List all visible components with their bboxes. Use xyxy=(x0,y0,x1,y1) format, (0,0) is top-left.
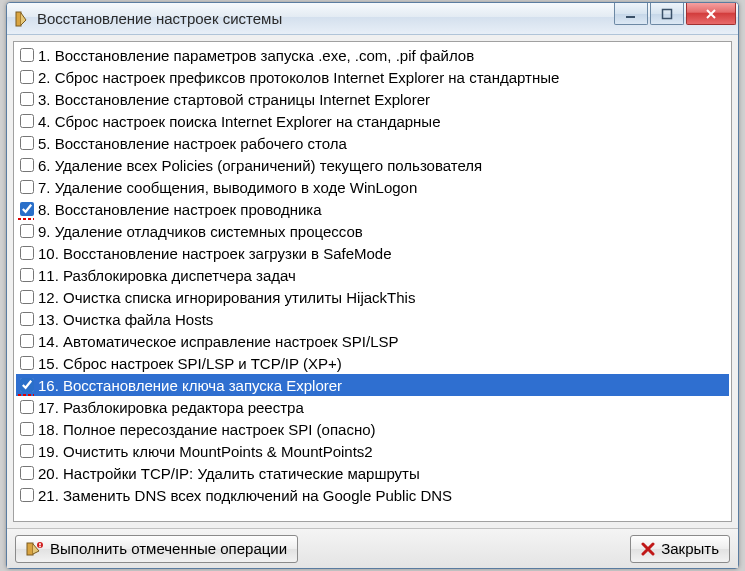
item-label: 19. Очистить ключи MountPoints & MountPo… xyxy=(38,443,373,460)
list-item[interactable]: 2. Сброс настроек префиксов протоколов I… xyxy=(16,66,729,88)
item-label: 1. Восстановление параметров запуска .ex… xyxy=(38,47,474,64)
item-label: 3. Восстановление стартовой страницы Int… xyxy=(38,91,430,108)
list-item[interactable]: 4. Сброс настроек поиска Internet Explor… xyxy=(16,110,729,132)
item-label: 15. Сброс настроек SPI/LSP и TCP/IP (XP+… xyxy=(38,355,342,372)
list-item[interactable]: 17. Разблокировка редактора реестра xyxy=(16,396,729,418)
list-item[interactable]: 9. Удаление отладчиков системных процесс… xyxy=(16,220,729,242)
item-label: 14. Автоматическое исправление настроек … xyxy=(38,333,399,350)
execute-button-label: Выполнить отмеченные операции xyxy=(50,540,287,557)
settings-list[interactable]: 1. Восстановление параметров запуска .ex… xyxy=(13,41,732,522)
list-item[interactable]: 14. Автоматическое исправление настроек … xyxy=(16,330,729,352)
item-checkbox[interactable] xyxy=(20,224,34,238)
item-checkbox[interactable] xyxy=(20,158,34,172)
titlebar[interactable]: Восстановление настроек системы xyxy=(7,3,738,35)
item-checkbox[interactable] xyxy=(20,466,34,480)
list-item[interactable]: 12. Очистка списка игнорирования утилиты… xyxy=(16,286,729,308)
execute-button[interactable]: Выполнить отмеченные операции xyxy=(15,535,298,563)
item-checkbox[interactable] xyxy=(20,202,34,216)
minimize-button[interactable] xyxy=(614,3,648,25)
item-label: 6. Удаление всех Policies (ограничений) … xyxy=(38,157,482,174)
svg-rect-5 xyxy=(39,543,41,545)
list-item[interactable]: 13. Очистка файла Hosts xyxy=(16,308,729,330)
item-label: 20. Настройки TCP/IP: Удалить статически… xyxy=(38,465,420,482)
item-label: 17. Разблокировка редактора реестра xyxy=(38,399,304,416)
close-button-label: Закрыть xyxy=(661,540,719,557)
item-label: 5. Восстановление настроек рабочего стол… xyxy=(38,135,347,152)
item-label: 21. Заменить DNS всех подключений на Goo… xyxy=(38,487,452,504)
list-item[interactable]: 19. Очистить ключи MountPoints & MountPo… xyxy=(16,440,729,462)
list-item[interactable]: 11. Разблокировка диспетчера задач xyxy=(16,264,729,286)
system-restore-window: Восстановление настроек системы 1. Восст… xyxy=(6,2,739,569)
item-checkbox[interactable] xyxy=(20,136,34,150)
list-item[interactable]: 16. Восстановление ключа запуска Explore… xyxy=(16,374,729,396)
item-checkbox[interactable] xyxy=(20,290,34,304)
close-window-button[interactable] xyxy=(686,3,736,25)
item-checkbox[interactable] xyxy=(20,92,34,106)
close-icon xyxy=(641,542,655,556)
item-checkbox[interactable] xyxy=(20,180,34,194)
svg-rect-2 xyxy=(663,9,672,18)
item-label: 7. Удаление сообщения, выводимого в ходе… xyxy=(38,179,417,196)
item-checkbox[interactable] xyxy=(20,422,34,436)
item-label: 12. Очистка списка игнорирования утилиты… xyxy=(38,289,415,306)
list-item[interactable]: 20. Настройки TCP/IP: Удалить статически… xyxy=(16,462,729,484)
item-label: 13. Очистка файла Hosts xyxy=(38,311,213,328)
item-checkbox[interactable] xyxy=(20,400,34,414)
item-checkbox[interactable] xyxy=(20,48,34,62)
item-checkbox[interactable] xyxy=(20,70,34,84)
item-label: 16. Восстановление ключа запуска Explore… xyxy=(38,377,342,394)
svg-rect-6 xyxy=(39,546,41,547)
item-label: 9. Удаление отладчиков системных процесс… xyxy=(38,223,363,240)
maximize-button[interactable] xyxy=(650,3,684,25)
list-item[interactable]: 1. Восстановление параметров запуска .ex… xyxy=(16,44,729,66)
list-item[interactable]: 3. Восстановление стартовой страницы Int… xyxy=(16,88,729,110)
item-checkbox[interactable] xyxy=(20,312,34,326)
item-label: 8. Восстановление настроек проводника xyxy=(38,201,322,218)
item-label: 10. Восстановление настроек загрузки в S… xyxy=(38,245,392,262)
item-checkbox[interactable] xyxy=(20,268,34,282)
item-checkbox[interactable] xyxy=(20,114,34,128)
item-label: 4. Сброс настроек поиска Internet Explor… xyxy=(38,113,440,130)
list-item[interactable]: 21. Заменить DNS всех подключений на Goo… xyxy=(16,484,729,506)
item-checkbox[interactable] xyxy=(20,378,34,392)
item-checkbox[interactable] xyxy=(20,334,34,348)
svg-rect-3 xyxy=(27,543,33,555)
svg-rect-0 xyxy=(16,12,21,26)
item-label: 2. Сброс настроек префиксов протоколов I… xyxy=(38,69,559,86)
window-buttons xyxy=(614,3,738,34)
close-button[interactable]: Закрыть xyxy=(630,535,730,563)
list-item[interactable]: 18. Полное пересоздание настроек SPI (оп… xyxy=(16,418,729,440)
item-checkbox[interactable] xyxy=(20,356,34,370)
list-item[interactable]: 5. Восстановление настроек рабочего стол… xyxy=(16,132,729,154)
item-label: 18. Полное пересоздание настроек SPI (оп… xyxy=(38,421,376,438)
svg-rect-1 xyxy=(626,16,635,18)
list-item[interactable]: 6. Удаление всех Policies (ограничений) … xyxy=(16,154,729,176)
list-item[interactable]: 8. Восстановление настроек проводника xyxy=(16,198,729,220)
execute-icon xyxy=(26,541,44,557)
list-item[interactable]: 10. Восстановление настроек загрузки в S… xyxy=(16,242,729,264)
window-title: Восстановление настроек системы xyxy=(37,10,614,27)
item-label: 11. Разблокировка диспетчера задач xyxy=(38,267,296,284)
list-item[interactable]: 15. Сброс настроек SPI/LSP и TCP/IP (XP+… xyxy=(16,352,729,374)
item-checkbox[interactable] xyxy=(20,246,34,260)
list-item[interactable]: 7. Удаление сообщения, выводимого в ходе… xyxy=(16,176,729,198)
item-checkbox[interactable] xyxy=(20,444,34,458)
footer: Выполнить отмеченные операции Закрыть xyxy=(7,528,738,568)
item-checkbox[interactable] xyxy=(20,488,34,502)
app-icon xyxy=(13,10,31,28)
